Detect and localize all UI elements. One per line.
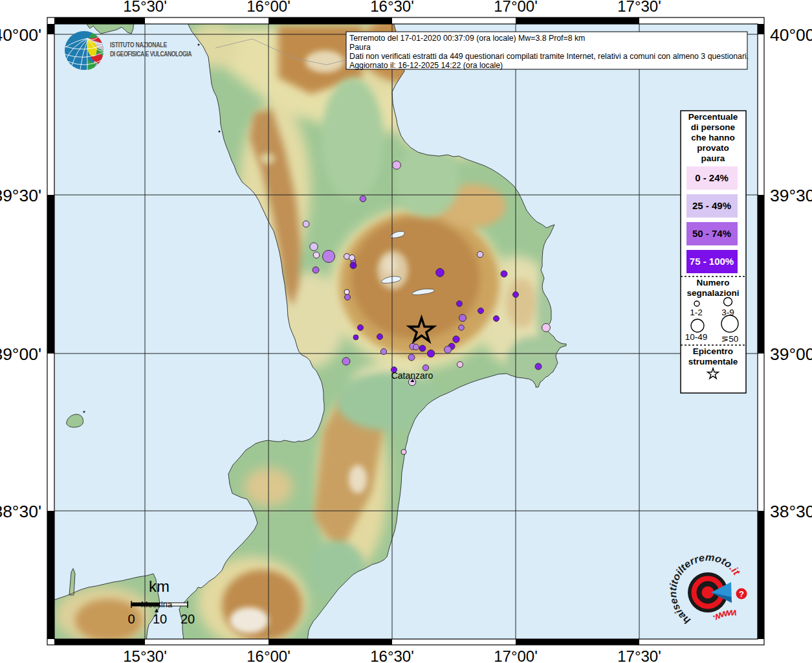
svg-text:provato: provato	[697, 143, 729, 153]
svg-text:10-49: 10-49	[685, 332, 708, 342]
svg-text:⋝50: ⋝50	[721, 334, 738, 344]
svg-text:paura: paura	[701, 153, 725, 163]
svg-text:Epicentro: Epicentro	[693, 346, 733, 356]
svg-text:strumentale: strumentale	[688, 357, 738, 366]
svg-text:Percentuale: Percentuale	[688, 112, 738, 122]
svg-text:di persone: di persone	[691, 122, 736, 132]
svg-text:Dati non verificati estratti d: Dati non verificati estratti da 449 ques…	[349, 52, 749, 61]
svg-text:40°00': 40°00'	[770, 25, 812, 45]
svg-text:che hanno: che hanno	[691, 133, 735, 142]
svg-text:16°00': 16°00'	[247, 0, 291, 15]
svg-text:38°30': 38°30'	[770, 502, 812, 521]
svg-text:15°30': 15°30'	[123, 0, 167, 15]
svg-text:20: 20	[181, 612, 195, 626]
svg-text:?: ?	[739, 589, 744, 599]
svg-text:50 - 74%: 50 - 74%	[692, 228, 731, 239]
svg-text:10: 10	[153, 612, 167, 626]
svg-text:DI GEOFISICA E VULCANOLOGIA: DI GEOFISICA E VULCANOLOGIA	[110, 50, 192, 58]
svg-text:Numero: Numero	[696, 278, 729, 287]
svg-text:17°30': 17°30'	[617, 647, 661, 663]
svg-text:Catanzaro: Catanzaro	[391, 370, 433, 381]
svg-text:3-9: 3-9	[721, 308, 734, 317]
svg-text:17°00': 17°00'	[494, 0, 538, 15]
svg-text:39°00': 39°00'	[0, 344, 41, 364]
svg-text:39°00': 39°00'	[770, 344, 812, 364]
svg-text:Terremoto del 17-01-2020 00:37: Terremoto del 17-01-2020 00:37:09 (ora l…	[349, 34, 585, 43]
svg-text:0: 0	[127, 612, 135, 626]
svg-text:ISTITUTO NAZIONALE: ISTITUTO NAZIONALE	[110, 41, 168, 49]
svg-text:Paura: Paura	[349, 43, 371, 52]
svg-text:75 - 100%: 75 - 100%	[690, 256, 734, 267]
svg-text:17°00': 17°00'	[494, 647, 538, 663]
svg-text:25 - 49%: 25 - 49%	[692, 200, 731, 211]
svg-text:16°00': 16°00'	[247, 647, 291, 663]
svg-text:Aggiornato il: 16-12-2025 14:2: Aggiornato il: 16-12-2025 14:22 (ora loc…	[349, 61, 503, 70]
svg-text:15°30': 15°30'	[123, 647, 167, 663]
svg-text:40°00': 40°00'	[0, 25, 41, 45]
svg-text:16°30': 16°30'	[370, 647, 414, 663]
svg-text:Messina: Messina	[141, 600, 173, 609]
svg-text:38°30': 38°30'	[0, 502, 41, 521]
svg-text:39°30': 39°30'	[0, 186, 41, 205]
svg-text:17°30': 17°30'	[617, 0, 661, 15]
svg-text:km: km	[149, 578, 170, 595]
svg-text:segnalazioni: segnalazioni	[686, 288, 739, 298]
svg-text:1-2: 1-2	[690, 308, 703, 317]
svg-text:0 - 24%: 0 - 24%	[695, 172, 729, 183]
svg-text:39°30': 39°30'	[770, 186, 812, 205]
svg-text:16°30': 16°30'	[370, 0, 414, 15]
